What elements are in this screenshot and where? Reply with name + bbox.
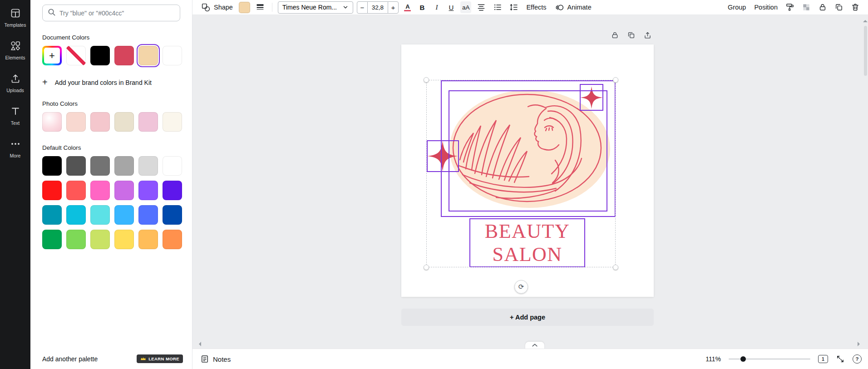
add-palette-link[interactable]: Add another palette <box>42 355 98 363</box>
photo-color-swatch[interactable] <box>42 112 62 132</box>
default-colors-title: Default Colors <box>42 144 180 151</box>
group-button[interactable]: Group <box>725 2 748 12</box>
photo-color-swatch[interactable] <box>114 112 134 132</box>
text-color-button[interactable]: A <box>402 1 413 13</box>
uppercase-button[interactable]: aA <box>460 1 472 13</box>
resize-handle-bottom-left[interactable] <box>424 265 429 270</box>
add-color-button[interactable]: + <box>42 46 62 65</box>
default-color-swatch[interactable] <box>138 156 158 176</box>
notes-button[interactable]: Notes <box>200 354 231 364</box>
default-color-swatch[interactable] <box>163 230 182 249</box>
scroll-right-arrow[interactable] <box>858 342 862 346</box>
default-color-swatch[interactable] <box>42 156 62 176</box>
resize-handle-top-left[interactable] <box>424 77 429 83</box>
resize-handle-bottom-right[interactable] <box>613 265 618 270</box>
underline-button[interactable]: U <box>446 1 457 13</box>
effects-button[interactable]: Effects <box>524 2 548 12</box>
color-swatch-black[interactable] <box>90 46 110 65</box>
photo-color-swatch[interactable] <box>66 112 86 132</box>
default-color-swatch[interactable] <box>66 181 86 200</box>
lock-button[interactable] <box>816 1 829 13</box>
scroll-left-arrow[interactable] <box>197 342 201 346</box>
default-color-swatch[interactable] <box>42 205 62 225</box>
default-color-swatch[interactable] <box>66 230 86 249</box>
photo-color-swatch[interactable] <box>90 112 110 132</box>
alignment-button[interactable] <box>475 1 488 13</box>
no-color-swatch[interactable] <box>66 46 86 65</box>
delete-button[interactable] <box>849 1 862 13</box>
photo-color-swatch[interactable] <box>138 112 158 132</box>
chevron-down-icon <box>342 4 349 10</box>
font-size-increase-button[interactable]: + <box>388 1 399 14</box>
default-color-swatch[interactable] <box>42 181 62 200</box>
collapse-panel-button[interactable] <box>525 341 545 349</box>
default-color-swatch[interactable] <box>114 181 134 200</box>
default-color-swatch[interactable] <box>114 230 134 249</box>
duplicate-element-button[interactable] <box>625 29 637 41</box>
brand-kit-link[interactable]: + Add your brand colors in Brand Kit <box>42 77 180 88</box>
animate-button[interactable]: Animate <box>552 1 594 14</box>
sidebar-item-more[interactable]: More <box>2 136 29 161</box>
default-color-swatch[interactable] <box>90 181 110 200</box>
text-element[interactable]: BEAUTY SALON <box>469 218 585 267</box>
default-color-swatch[interactable] <box>163 181 182 200</box>
fill-color-button[interactable] <box>239 2 250 13</box>
lock-element-button[interactable] <box>609 29 621 41</box>
default-color-swatch[interactable] <box>42 230 62 249</box>
default-color-swatch[interactable] <box>163 156 182 176</box>
color-swatch-peach-selected[interactable] <box>138 46 158 65</box>
default-color-swatch[interactable] <box>138 205 158 225</box>
sidebar-item-label: Uploads <box>6 88 24 93</box>
default-color-swatch[interactable] <box>66 205 86 225</box>
sidebar-item-elements[interactable]: Elements <box>2 38 29 63</box>
default-color-swatch[interactable] <box>90 230 110 249</box>
text-icon <box>10 106 21 118</box>
sparkle-top-right[interactable] <box>579 85 604 110</box>
italic-button[interactable]: I <box>431 1 442 13</box>
resize-handle-top-right[interactable] <box>613 77 618 83</box>
default-color-swatch[interactable] <box>163 205 182 225</box>
default-colors-row <box>42 181 180 200</box>
sidebar-item-uploads[interactable]: Uploads <box>2 71 29 95</box>
add-page-button[interactable]: + Add page <box>401 309 654 326</box>
transparency-button[interactable] <box>800 1 813 13</box>
default-color-swatch[interactable] <box>114 156 134 176</box>
rotate-handle[interactable]: ⟳ <box>514 280 528 294</box>
list-button[interactable] <box>491 1 504 13</box>
vertical-scrollbar[interactable] <box>864 26 867 76</box>
font-family-select[interactable]: Times Neue Rom... <box>278 1 353 14</box>
help-button[interactable]: ? <box>853 354 862 364</box>
bold-button[interactable]: B <box>417 1 428 13</box>
copy-style-button[interactable] <box>784 1 796 13</box>
fullscreen-button[interactable] <box>836 354 845 364</box>
font-size-value[interactable]: 32,8 <box>368 1 388 14</box>
search-box[interactable] <box>42 5 180 21</box>
default-color-swatch[interactable] <box>90 156 110 176</box>
search-input[interactable] <box>59 10 175 17</box>
default-color-swatch[interactable] <box>90 205 110 225</box>
border-style-button[interactable] <box>254 1 266 13</box>
color-swatch-white[interactable] <box>163 46 182 65</box>
photo-color-swatch[interactable] <box>163 112 182 132</box>
plus-icon: + <box>42 77 48 88</box>
sidebar-item-text[interactable]: Text <box>2 103 29 128</box>
shape-button[interactable]: Shape <box>199 1 235 14</box>
position-button[interactable]: Position <box>752 2 780 12</box>
page-indicator[interactable]: 1 <box>818 355 828 363</box>
default-color-swatch[interactable] <box>138 230 158 249</box>
zoom-slider-thumb[interactable] <box>740 356 746 362</box>
zoom-slider[interactable] <box>729 359 810 360</box>
default-color-swatch[interactable] <box>66 156 86 176</box>
share-element-button[interactable] <box>641 29 653 41</box>
learn-more-button[interactable]: LEARN MORE <box>137 354 183 363</box>
sidebar-item-templates[interactable]: Templates <box>2 5 29 30</box>
duplicate-button[interactable] <box>833 1 845 13</box>
default-color-swatch[interactable] <box>138 181 158 200</box>
default-color-swatch[interactable] <box>114 205 134 225</box>
spacing-button[interactable] <box>508 1 520 13</box>
sparkle-left[interactable] <box>425 139 460 173</box>
font-size-decrease-button[interactable]: − <box>357 1 368 14</box>
canvas-area[interactable]: BEAUTY SALON ⟳ + Add page <box>192 15 868 349</box>
scroll-up-arrow[interactable] <box>863 18 868 22</box>
color-swatch-crimson[interactable] <box>114 46 134 65</box>
